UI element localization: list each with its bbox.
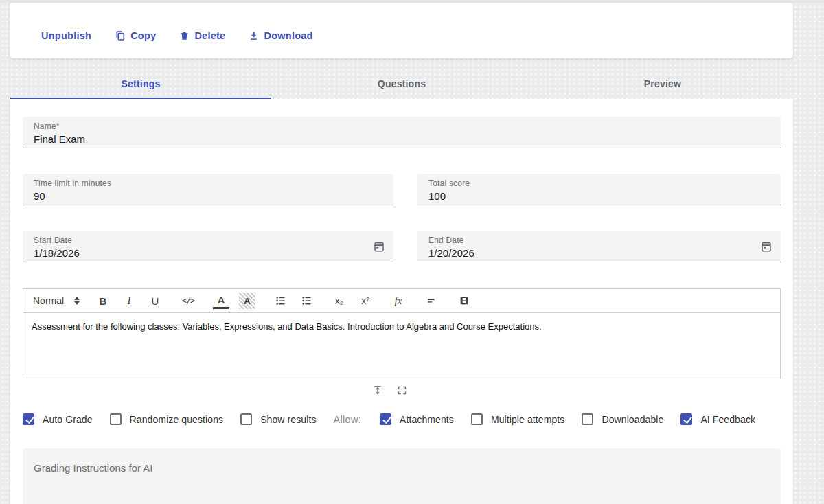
editor-toolbar: Normal B I U </> A A x₂ x² fx (23, 288, 781, 313)
ai-feedback-checkbox[interactable] (680, 413, 692, 425)
settings-panel: Name* Time limit in minutes Total score … (10, 99, 793, 504)
delete-button[interactable]: Delete (179, 30, 225, 41)
option-auto-grade[interactable]: Auto Grade (23, 413, 93, 425)
underline-button[interactable]: U (147, 293, 163, 309)
start-date-field[interactable]: Start Date (23, 231, 393, 262)
picker-arrows-icon[interactable] (74, 297, 80, 305)
option-downloadable[interactable]: Downloadable (582, 413, 663, 425)
randomize-questions-checkbox[interactable] (110, 413, 122, 425)
start-date-input[interactable] (34, 247, 382, 259)
italic-button[interactable]: I (121, 293, 137, 309)
downloadable-checkbox[interactable] (582, 413, 593, 425)
background-color-button[interactable]: A (239, 293, 255, 309)
tab-questions[interactable]: Questions (271, 69, 532, 99)
end-date-input[interactable] (428, 247, 770, 259)
copy-icon (115, 30, 126, 41)
tab-settings[interactable]: Settings (10, 69, 271, 99)
multiple-attempts-checkbox[interactable] (471, 413, 483, 425)
tab-bar: Settings Questions Preview (10, 69, 793, 99)
copy-label: Copy (130, 30, 156, 41)
grading-instructions-field[interactable]: Grading Instructions for AI (23, 448, 781, 504)
bold-button[interactable]: B (95, 293, 111, 309)
video-button[interactable] (456, 293, 472, 309)
show-results-checkbox[interactable] (240, 413, 252, 425)
code-button[interactable]: </> (180, 293, 196, 309)
end-date-field[interactable]: End Date (417, 231, 781, 262)
total-score-field[interactable]: Total score (417, 174, 781, 205)
align-button[interactable] (423, 293, 439, 309)
show-results-label: Show results (260, 414, 316, 425)
multiple-attempts-label: Multiple attempts (491, 414, 565, 425)
delete-label: Delete (194, 30, 225, 41)
calendar-icon[interactable] (373, 240, 385, 255)
name-field[interactable]: Name* (23, 117, 781, 148)
trash-icon (179, 30, 190, 41)
formula-button[interactable]: fx (390, 293, 407, 309)
time-limit-input[interactable] (34, 190, 382, 202)
option-show-results[interactable]: Show results (240, 413, 316, 425)
time-limit-field[interactable]: Time limit in minutes (23, 174, 393, 205)
option-randomize-questions[interactable]: Randomize questions (110, 413, 224, 425)
download-label: Download (264, 30, 312, 41)
auto-grade-checkbox[interactable] (23, 413, 34, 425)
grading-instructions-placeholder: Grading Instructions for AI (34, 462, 152, 474)
tab-preview-label: Preview (644, 78, 681, 89)
tab-preview[interactable]: Preview (532, 69, 793, 99)
option-ai-feedback[interactable]: AI Feedback (680, 413, 755, 425)
randomize-questions-label: Randomize questions (130, 414, 224, 425)
auto-grade-label: Auto Grade (43, 414, 93, 425)
attachments-checkbox[interactable] (380, 413, 391, 425)
download-icon (249, 30, 259, 41)
resize-height-button[interactable] (371, 383, 385, 400)
exam-options-row: Auto Grade Randomize questions Show resu… (23, 413, 785, 425)
unpublish-button[interactable]: Unpublish (41, 30, 91, 41)
copy-button[interactable]: Copy (115, 30, 156, 41)
calendar-icon[interactable] (760, 240, 772, 255)
end-date-label: End Date (428, 236, 770, 245)
subscript-button[interactable]: x₂ (331, 293, 347, 309)
name-field-label: Name* (34, 122, 770, 131)
time-limit-label: Time limit in minutes (34, 179, 382, 188)
bullet-list-button[interactable] (298, 293, 314, 309)
ordered-list-button[interactable] (272, 293, 288, 309)
option-multiple-attempts[interactable]: Multiple attempts (471, 413, 565, 425)
download-button[interactable]: Download (249, 30, 312, 41)
paragraph-style-picker[interactable]: Normal (32, 293, 70, 309)
editor-resize-controls (10, 383, 768, 400)
text-color-button[interactable]: A (213, 293, 229, 309)
tab-settings-label: Settings (122, 78, 161, 89)
start-date-label: Start Date (34, 236, 382, 245)
action-toolbar: Unpublish Copy Delete D (41, 30, 313, 41)
name-input[interactable] (34, 133, 770, 145)
unpublish-label: Unpublish (41, 30, 91, 41)
description-editor: Normal B I U </> A A x₂ x² fx (23, 288, 781, 378)
total-score-input[interactable] (428, 190, 770, 202)
tab-questions-label: Questions (378, 78, 426, 89)
description-text[interactable]: Assessment for the following classes: Va… (23, 313, 781, 378)
fullscreen-button[interactable] (396, 383, 409, 400)
allow-label: Allow: (334, 414, 361, 425)
attachments-label: Attachments (400, 414, 454, 425)
downloadable-label: Downloadable (602, 414, 663, 425)
option-attachments[interactable]: Attachments (380, 413, 454, 425)
ai-feedback-label: AI Feedback (700, 414, 755, 425)
superscript-button[interactable]: x² (357, 293, 374, 309)
total-score-label: Total score (428, 179, 770, 188)
action-card: Unpublish Copy Delete D (10, 3, 793, 58)
